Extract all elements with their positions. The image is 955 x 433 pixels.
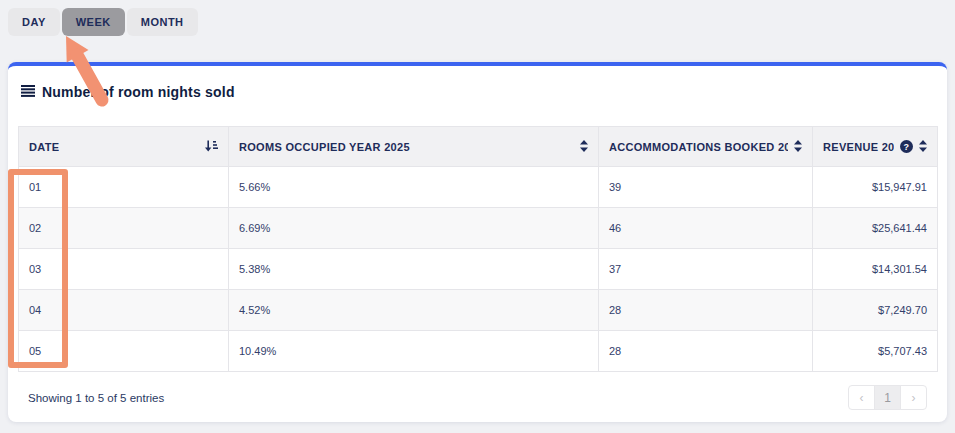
pagination: ‹ 1 › [848,385,927,410]
day-button[interactable]: DAY [8,8,60,36]
cell-rooms-occupied: 5.38% [229,249,599,290]
cell-revenue: $25,641.44 [813,208,938,249]
column-header-accommodations-booked[interactable]: ACCOMMODATIONS BOOKED 2025 [599,127,813,167]
sort-both-icon [580,140,588,154]
sort-both-icon [919,140,927,154]
cell-revenue: $15,947.91 [813,167,938,208]
room-nights-table: DATE [18,126,938,372]
cell-rooms-occupied: 4.52% [229,290,599,331]
column-label: DATE [29,141,59,153]
page-title: Number of room nights sold [42,84,235,100]
cell-date: 05 [19,331,229,372]
cell-accommodations-booked: 39 [599,167,813,208]
column-header-date[interactable]: DATE [19,127,229,167]
pagination-page-1-button[interactable]: 1 [874,385,901,410]
table-header-row: DATE [19,127,938,167]
table-row: 01 5.66% 39 $15,947.91 [19,167,938,208]
cell-date: 02 [19,208,229,249]
cell-rooms-occupied: 6.69% [229,208,599,249]
sort-both-icon [794,140,802,154]
sort-amount-asc-icon [205,140,218,154]
cell-revenue: $7,249.70 [813,290,938,331]
column-label: REVENUE 2025 [823,141,894,153]
data-table-container: DATE [18,126,937,410]
column-header-revenue[interactable]: REVENUE 2025 ? [813,127,938,167]
entries-summary: Showing 1 to 5 of 5 entries [28,392,164,404]
cell-accommodations-booked: 28 [599,290,813,331]
cell-date: 04 [19,290,229,331]
cell-revenue: $5,707.43 [813,331,938,372]
period-toggle-group: DAY WEEK MONTH [8,8,198,36]
pagination-next-button[interactable]: › [900,385,927,410]
cell-rooms-occupied: 10.49% [229,331,599,372]
column-header-rooms-occupied[interactable]: ROOMS OCCUPIED YEAR 2025 [229,127,599,167]
column-label: ACCOMMODATIONS BOOKED 2025 [609,141,788,153]
table-footer: Showing 1 to 5 of 5 entries ‹ 1 › [28,385,927,410]
table-row: 02 6.69% 46 $25,641.44 [19,208,938,249]
cell-date: 01 [19,167,229,208]
column-label: ROOMS OCCUPIED YEAR 2025 [239,141,410,153]
cell-rooms-occupied: 5.66% [229,167,599,208]
table-row: 03 5.38% 37 $14,301.54 [19,249,938,290]
cell-accommodations-booked: 37 [599,249,813,290]
cell-revenue: $14,301.54 [813,249,938,290]
cell-date: 03 [19,249,229,290]
help-icon[interactable]: ? [900,140,913,153]
month-button[interactable]: MONTH [127,8,198,36]
cell-accommodations-booked: 28 [599,331,813,372]
card-header: Number of room nights sold [21,83,947,101]
room-nights-card: Number of room nights sold DATE [8,62,947,422]
cell-accommodations-booked: 46 [599,208,813,249]
table-row: 04 4.52% 28 $7,249.70 [19,290,938,331]
pagination-prev-button[interactable]: ‹ [848,385,875,410]
table-row: 05 10.49% 28 $5,707.43 [19,331,938,372]
list-icon [21,83,35,101]
week-button[interactable]: WEEK [62,8,125,36]
